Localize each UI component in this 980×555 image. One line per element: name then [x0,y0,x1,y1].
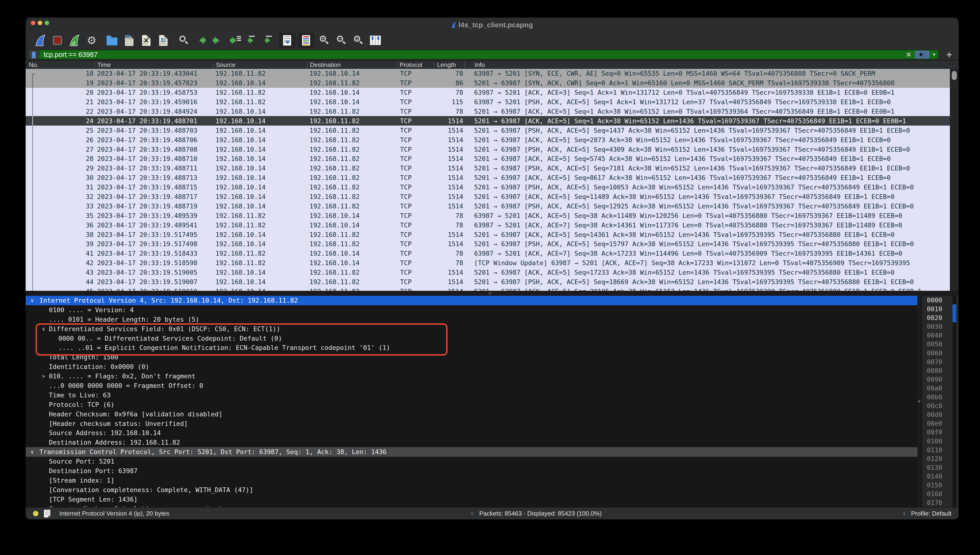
detail-row[interactable]: Source Port: 5201 [26,457,921,466]
detail-row[interactable]: .... 0101 = Header Length: 20 bytes (5) [26,315,921,324]
cell-no: 26 [26,136,94,144]
detail-row[interactable]: Destination Address: 192.168.11.82 [26,438,921,447]
packet-row[interactable]: 292023-04-17 20:33:19.488711192.168.10.1… [26,164,950,173]
detail-row[interactable]: .... ..01 = Explicit Congestion Notifica… [26,343,921,353]
packet-row[interactable]: 272023-04-17 20:33:19.488708192.168.10.1… [26,144,950,154]
packet-row[interactable]: 282023-04-17 20:33:19.488710192.168.10.1… [26,154,950,164]
column-header-source[interactable]: Source [213,61,307,68]
column-header-info[interactable]: Info [464,61,959,68]
column-header-protocol[interactable]: Protocol [397,61,434,68]
packet-row[interactable]: 202023-04-17 20:33:19.458753192.168.11.8… [26,88,950,97]
auto-scroll-icon[interactable] [279,33,296,48]
filter-bookmark-icon[interactable] [29,50,39,59]
expert-info-icon[interactable] [33,511,39,517]
status-profile[interactable]: Profile: Default [911,510,951,517]
chevron-down-icon[interactable]: ∨ [30,447,34,457]
go-last-packet-icon[interactable] [261,33,278,48]
packet-row[interactable]: 182023-04-17 20:33:19.433041192.168.11.8… [26,69,950,79]
apply-filter-button[interactable] [915,51,929,59]
packet-row[interactable]: 352023-04-17 20:33:19.489539192.168.11.8… [26,211,950,220]
detail-row[interactable]: >010. .... = Flags: 0x2, Don't fragment [26,372,921,381]
packet-row[interactable]: 412023-04-17 20:33:19.518433192.168.11.8… [26,249,950,258]
detail-row[interactable]: Identification: 0x0000 (0) [26,362,921,372]
cell-no: 30 [26,174,94,181]
go-forward-icon[interactable] [209,33,226,48]
clear-filter-icon[interactable]: ✕ [906,51,911,59]
stop-capture-icon[interactable] [49,33,66,48]
close-file-icon[interactable]: 01010111✕ [138,33,155,48]
packet-row[interactable]: 192023-04-17 20:33:19.457823192.168.10.1… [26,79,950,88]
detail-row[interactable]: [Conversation completeness: Complete, WI… [26,485,921,495]
find-packet-icon[interactable] [175,33,192,48]
packet-row[interactable]: 422023-04-17 20:33:19.518598192.168.11.8… [26,258,950,268]
capture-comment-icon[interactable] [44,510,50,518]
zoom-in-icon[interactable]: + [315,33,333,48]
chevron-down-icon[interactable]: ∨ [42,324,45,334]
packet-row[interactable]: 452023-04-17 20:33:19.519010192.168.10.1… [26,287,950,291]
packet-row[interactable]: 212023-04-17 20:33:19.459016192.168.11.8… [26,97,950,107]
packet-row[interactable]: 312023-04-17 20:33:19.488715192.168.10.1… [26,183,950,192]
colorize-icon[interactable] [298,33,315,48]
packet-row[interactable]: 332023-04-17 20:33:19.488719192.168.10.1… [26,201,950,211]
packet-row[interactable]: 262023-04-17 20:33:19.488706192.168.10.1… [26,135,950,144]
detail-row[interactable]: Header Checksum: 0x9f6a [validation disa… [26,409,921,419]
go-first-packet-icon[interactable] [243,33,261,48]
zoom-normal-icon[interactable]: = [350,33,367,48]
packet-row[interactable]: 322023-04-17 20:33:19.488717192.168.10.1… [26,192,950,202]
packet-row[interactable]: 382023-04-17 20:33:19.517495192.168.10.1… [26,230,950,239]
cell-time: 2023-04-17 20:33:19.518433 [94,250,213,257]
detail-row[interactable]: 0100 .... = Version: 4 [26,305,921,315]
resize-columns-icon[interactable] [367,33,384,48]
column-header-length[interactable]: Length [434,61,464,68]
detail-row[interactable]: [TCP Segment Len: 1436] [26,495,921,504]
detail-row[interactable]: 0000 00.. = Differentiated Services Code… [26,334,921,343]
packet-row[interactable]: 302023-04-17 20:33:19.488713192.168.10.1… [26,173,950,183]
filter-dropdown-icon[interactable]: ▾ [933,51,935,58]
packet-row[interactable]: 222023-04-17 20:33:19.484924192.168.10.1… [26,107,950,116]
detail-row[interactable]: ∨Internet Protocol Version 4, Src: 192.1… [26,296,921,305]
detail-row[interactable]: Protocol: TCP (6) [26,400,921,409]
column-header-destination[interactable]: Destination [307,61,397,68]
detail-row[interactable]: Source Address: 192.168.10.14 [26,428,921,438]
detail-row[interactable]: Time to Live: 63 [26,390,921,400]
open-file-icon[interactable] [104,33,120,48]
chevron-down-icon[interactable]: ∨ [30,296,34,305]
detail-row[interactable]: ...0 0000 0000 0000 = Fragment Offset: 0 [26,381,921,390]
go-to-packet-icon[interactable] [226,33,243,48]
detail-row[interactable]: Sequence Number: 1 (relative sequence nu… [26,504,921,507]
packet-row[interactable]: 442023-04-17 20:33:19.519007192.168.10.1… [26,277,950,287]
add-filter-button[interactable]: + [946,50,952,59]
detail-row[interactable]: ∨Differentiated Services Field: 0x01 (DS… [26,324,921,334]
packet-row[interactable]: 432023-04-17 20:33:19.519005192.168.10.1… [26,268,950,277]
details-scrollbar[interactable] [918,296,921,507]
column-header-no[interactable]: No. [26,61,94,68]
scrollbar-thumb[interactable] [952,71,957,80]
detail-row[interactable]: [Stream index: 1] [26,476,921,485]
zoom-out-icon[interactable]: − [333,33,350,48]
cell-dst: 192.168.11.82 [307,117,397,125]
detail-row[interactable]: Total Length: 1500 [26,353,921,362]
packet-row[interactable]: 362023-04-17 20:33:19.489541192.168.11.8… [26,220,950,230]
restart-capture-icon[interactable]: ↺ [66,33,83,48]
start-capture-icon[interactable] [32,33,49,48]
detail-row[interactable]: [Header checksum status: Unverified] [26,419,921,428]
pane-splitter[interactable] [26,291,959,296]
packet-row[interactable]: 242023-04-17 20:33:19.488701192.168.10.1… [26,116,950,125]
detail-row[interactable]: ∨Transmission Control Protocol, Src Port… [26,447,921,457]
display-filter-input[interactable]: tcp.port == 63987 ✕ ▾ [28,50,939,59]
packet-row[interactable]: 252023-04-17 20:33:19.488703192.168.10.1… [26,125,950,135]
packet-list-scrollbar[interactable] [950,69,959,291]
save-file-icon[interactable]: 010100110101110 [120,33,138,48]
reload-file-icon[interactable]: 0101001110↻ [155,33,172,48]
detail-row[interactable]: Destination Port: 63987 [26,466,921,476]
packet-row[interactable]: 392023-04-17 20:33:19.517498192.168.10.1… [26,239,950,249]
cell-src: 192.168.11.82 [213,89,307,96]
column-header-time[interactable]: Time [94,61,213,68]
cell-info: 63987 → 5201 [PSH, ACK, ACE=5] Seq=1 Ack… [464,98,950,106]
go-back-icon[interactable] [192,33,209,48]
splitter-handle[interactable] [489,292,491,295]
chevron-right-icon[interactable]: > [42,372,45,381]
details-scrollbar-thumb[interactable] [918,400,920,403]
cell-time: 2023-04-17 20:33:19.488711 [94,165,213,172]
capture-options-icon[interactable]: ⚙ [83,33,100,48]
